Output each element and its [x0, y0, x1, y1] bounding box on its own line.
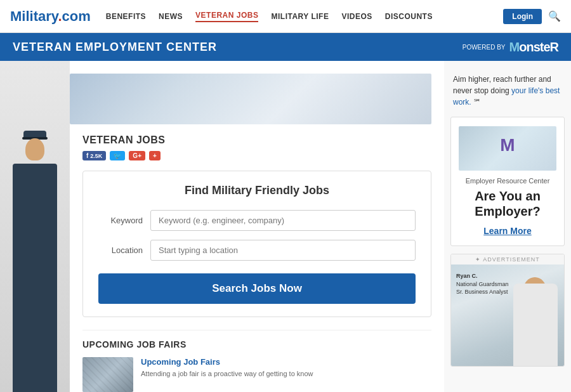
social-bar: f 2.5K 🐦 G+ +: [82, 151, 431, 160]
facebook-button[interactable]: f 2.5K: [82, 151, 106, 160]
powered-by-text: POWERED BY: [463, 44, 506, 51]
search-box-title: Find Military Friendly Jobs: [98, 184, 416, 197]
login-button[interactable]: Login: [503, 9, 542, 24]
logo-military: Military: [10, 8, 58, 24]
blue-banner: VETERAN EMPLOYMENT CENTER POWERED BY Mon…: [0, 33, 571, 61]
ad-box: ✦ ADVERTISEMENT Ryan C. National Guardsm…: [450, 254, 565, 367]
soldier-figure: [0, 164, 70, 392]
veteran-jobs-title: VETERAN JOBS: [82, 134, 431, 146]
nav-veteran-jobs[interactable]: VETERAN JOBS: [195, 11, 258, 22]
upcoming-title: UPCOMING JOB FAIRS: [82, 330, 431, 350]
main-nav: BENEFITS NEWS VETERAN JOBS MILITARY LIFE…: [106, 11, 504, 22]
right-top-trademark: ℠: [473, 98, 481, 107]
keyword-input[interactable]: [150, 210, 416, 231]
upcoming-section: UPCOMING JOB FAIRS Upcoming Job Fairs At…: [82, 330, 431, 392]
upcoming-image: [82, 357, 133, 392]
logo[interactable]: Military.com: [10, 8, 91, 25]
plus-icon: +: [153, 152, 157, 159]
search-jobs-button[interactable]: Search Jobs Now: [98, 273, 416, 304]
ad-person-figure: [507, 277, 564, 366]
ad-person-body: [513, 284, 558, 366]
facebook-count: 2.5K: [90, 153, 102, 159]
soldier-head: [25, 138, 44, 160]
ad-label: ✦ ADVERTISEMENT: [451, 254, 564, 265]
nav-news[interactable]: NEWS: [159, 12, 183, 21]
nav-benefits[interactable]: BENEFITS: [106, 12, 146, 21]
ad-image: Ryan C. National Guardsman Sr. Business …: [451, 265, 564, 366]
powered-by: POWERED BY MonsteR: [463, 40, 558, 55]
employer-box: M Employer Resource Center Are You an Em…: [450, 117, 565, 246]
nav-discounts[interactable]: DISCOUNTS: [385, 12, 433, 21]
facebook-icon: f: [86, 152, 88, 159]
right-top-text: Aim higher, reach further and never stop…: [450, 67, 565, 117]
upcoming-item-title[interactable]: Upcoming Job Fairs: [141, 357, 313, 367]
ad-person-title2: Sr. Business Analyst: [456, 289, 508, 295]
soldier-body: [13, 164, 57, 392]
center-content: VETERAN JOBS f 2.5K 🐦 G+ + Find Military…: [70, 61, 444, 392]
upcoming-item: Upcoming Job Fairs Attending a job fair …: [82, 357, 431, 392]
search-icon[interactable]: 🔍: [548, 10, 561, 22]
twitter-button[interactable]: 🐦: [110, 151, 125, 160]
right-sidebar: Aim higher, reach further and never stop…: [444, 61, 571, 392]
google-icon: G+: [133, 152, 141, 159]
google-button[interactable]: G+: [129, 151, 145, 160]
nav-military-life[interactable]: MILITARY LIFE: [271, 12, 329, 21]
employer-box-image: M: [459, 126, 556, 171]
employer-label: Employer Resource Center: [459, 177, 556, 185]
monster-logo: MonsteR: [509, 40, 558, 55]
ad-person-title1: National Guardsman: [456, 281, 509, 287]
hero-image-strip: [70, 74, 431, 124]
job-search-box: Find Military Friendly Jobs Keyword Loca…: [82, 171, 431, 317]
ad-person-name: Ryan C.: [456, 272, 509, 280]
header: Military.com BENEFITS NEWS VETERAN JOBS …: [0, 0, 571, 33]
location-label: Location: [98, 245, 143, 255]
soldier-panel: [0, 61, 70, 392]
main-content: VETERAN JOBS f 2.5K 🐦 G+ + Find Military…: [0, 61, 571, 392]
keyword-row: Keyword: [98, 210, 416, 231]
header-right: Login 🔍: [503, 9, 561, 24]
location-input[interactable]: [150, 240, 416, 261]
plus-button[interactable]: +: [149, 151, 161, 160]
location-row: Location: [98, 240, 416, 261]
upcoming-item-desc: Attending a job fair is a proactive way …: [141, 369, 313, 379]
monster-m-icon: M: [459, 136, 556, 154]
upcoming-text: Upcoming Job Fairs Attending a job fair …: [141, 357, 313, 379]
logo-com: com: [62, 8, 91, 24]
nav-videos[interactable]: VIDEOS: [341, 12, 372, 21]
ad-text-overlay: Ryan C. National Guardsman Sr. Business …: [456, 272, 509, 296]
employer-heading: Are You an Employer?: [459, 188, 556, 219]
twitter-icon: 🐦: [114, 152, 121, 159]
banner-title: VETERAN EMPLOYMENT CENTER: [13, 41, 217, 54]
keyword-label: Keyword: [98, 216, 143, 225]
learn-more-link[interactable]: Learn More: [483, 226, 531, 236]
